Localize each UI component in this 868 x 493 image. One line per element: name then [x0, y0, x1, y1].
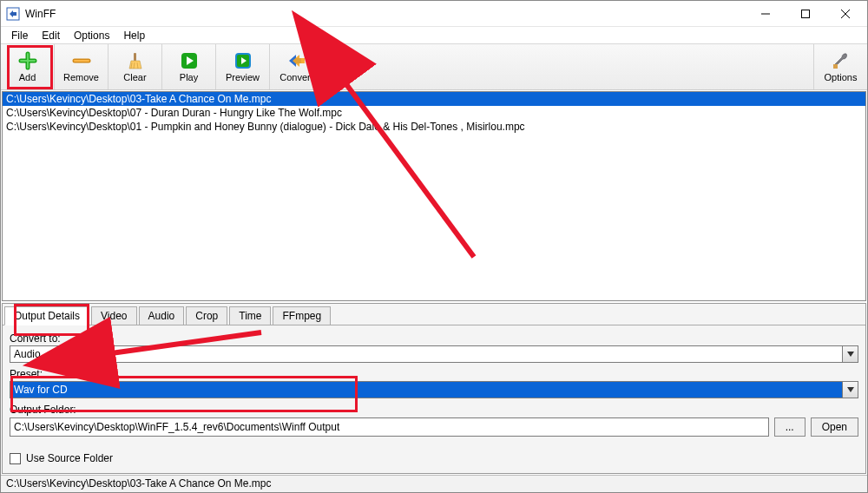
- clear-button[interactable]: Clear: [108, 44, 162, 89]
- tab-body-output-details: Convert to: Audio Preset: Wav for CD Out…: [3, 325, 865, 473]
- plus-icon: [18, 51, 37, 70]
- preview-button[interactable]: Preview: [216, 44, 270, 89]
- options-label: Options: [825, 72, 858, 82]
- output-panel: Output Details Video Audio Crop Time FFm…: [2, 303, 866, 474]
- app-icon: [6, 7, 20, 21]
- use-source-folder-checkbox[interactable]: [10, 453, 21, 464]
- menu-edit[interactable]: Edit: [35, 28, 67, 43]
- svg-rect-2: [802, 10, 810, 17]
- close-button[interactable]: [825, 1, 865, 27]
- window-title: WinFF: [25, 8, 56, 20]
- tab-crop[interactable]: Crop: [186, 306, 227, 325]
- convert-button[interactable]: Convert: [270, 44, 324, 89]
- svg-rect-12: [833, 64, 838, 69]
- broom-icon: [126, 51, 145, 70]
- use-source-folder-row: Use Source Folder: [10, 452, 858, 464]
- tab-output-details[interactable]: Output Details: [4, 306, 89, 325]
- tab-row: Output Details Video Audio Crop Time FFm…: [3, 304, 865, 325]
- convert-arrows-icon: [287, 51, 306, 70]
- preset-label: Preset:: [10, 368, 858, 380]
- tab-video[interactable]: Video: [91, 306, 136, 325]
- use-source-folder-label: Use Source Folder: [26, 452, 113, 464]
- menubar: File Edit Options Help: [1, 27, 867, 43]
- maximize-button[interactable]: [786, 1, 825, 27]
- preview-label: Preview: [226, 72, 260, 82]
- tab-time[interactable]: Time: [229, 306, 271, 325]
- list-item[interactable]: C:\Users\Kevincy\Desktop\01 - Pumpkin an…: [3, 120, 865, 134]
- play-icon: [180, 51, 199, 70]
- list-item[interactable]: C:\Users\Kevincy\Desktop\03-Take A Chanc…: [3, 92, 865, 106]
- toolbar: Add Remove Clear Play Preview Convert Op…: [1, 43, 867, 90]
- output-folder-label: Output Folder:: [10, 404, 858, 416]
- browse-button[interactable]: ...: [774, 417, 806, 437]
- wrench-icon: [832, 51, 851, 70]
- preset-dropdown-button[interactable]: [843, 381, 858, 398]
- svg-rect-5: [134, 53, 136, 61]
- output-folder-input[interactable]: [10, 417, 769, 437]
- remove-label: Remove: [63, 72, 99, 82]
- convert-to-dropdown-button[interactable]: [843, 345, 858, 363]
- tab-audio[interactable]: Audio: [139, 306, 185, 325]
- status-bar: C:\Users\Kevincy\Desktop\03-Take A Chanc…: [1, 475, 867, 492]
- minimize-button[interactable]: [746, 1, 786, 27]
- options-button[interactable]: Options: [813, 44, 867, 89]
- list-item[interactable]: C:\Users\Kevincy\Desktop\07 - Duran Dura…: [3, 106, 865, 120]
- file-list[interactable]: C:\Users\Kevincy\Desktop\03-Take A Chanc…: [2, 91, 866, 301]
- minus-icon: [72, 51, 91, 70]
- window-controls: [746, 1, 865, 27]
- titlebar: WinFF: [1, 1, 867, 27]
- menu-file[interactable]: File: [4, 28, 35, 43]
- play-label: Play: [180, 72, 198, 82]
- convert-to-select[interactable]: Audio: [10, 345, 843, 363]
- open-button[interactable]: Open: [811, 417, 858, 437]
- play-button[interactable]: Play: [162, 44, 216, 89]
- preset-select[interactable]: Wav for CD: [10, 381, 843, 398]
- preview-icon: [233, 51, 253, 70]
- clear-label: Clear: [123, 72, 146, 82]
- add-button[interactable]: Add: [1, 44, 55, 89]
- tab-ffmpeg[interactable]: FFmpeg: [273, 306, 331, 325]
- add-label: Add: [19, 72, 36, 82]
- menu-help[interactable]: Help: [116, 28, 152, 43]
- remove-button[interactable]: Remove: [55, 44, 108, 89]
- convert-label: Convert: [279, 72, 313, 82]
- convert-to-label: Convert to:: [10, 332, 858, 345]
- menu-options[interactable]: Options: [67, 28, 116, 43]
